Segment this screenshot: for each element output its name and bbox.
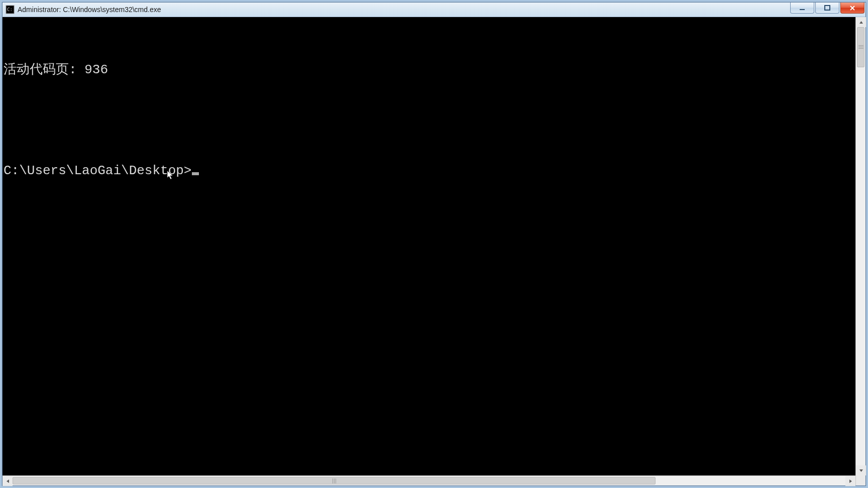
maximize-button[interactable] [815, 3, 839, 14]
scrollbar-corner [855, 475, 865, 485]
svg-marker-9 [7, 479, 9, 483]
close-button[interactable] [840, 3, 864, 14]
window-controls [790, 3, 865, 15]
thumb-grip-icon [332, 478, 336, 483]
thumb-grip-icon [858, 45, 863, 49]
scroll-right-button[interactable] [845, 476, 855, 486]
scroll-left-button[interactable] [3, 476, 13, 486]
scroll-up-button[interactable] [856, 17, 866, 27]
terminal-prompt: C:\Users\LaoGai\Desktop> [4, 163, 191, 178]
cmd-window: C: Administrator: C:\Windows\system32\cm… [2, 2, 866, 486]
terminal-prompt-line: C:\Users\LaoGai\Desktop> [4, 161, 854, 181]
titlebar[interactable]: C: Administrator: C:\Windows\system32\cm… [3, 3, 865, 17]
client-area: 活动代码页: 936 C:\Users\LaoGai\Desktop> [3, 17, 865, 485]
minimize-button[interactable] [790, 3, 814, 14]
svg-rect-2 [800, 9, 805, 10]
terminal-output[interactable]: 活动代码页: 936 C:\Users\LaoGai\Desktop> [3, 17, 855, 475]
terminal-line: 活动代码页: 936 [4, 60, 854, 80]
cmd-icon: C: [6, 5, 15, 14]
svg-marker-10 [849, 479, 852, 483]
horizontal-scroll-thumb[interactable] [13, 477, 656, 484]
svg-text:C:: C: [7, 7, 13, 12]
vertical-scroll-thumb[interactable] [857, 27, 864, 67]
svg-marker-7 [859, 21, 863, 24]
vertical-scroll-track[interactable] [856, 27, 865, 465]
svg-marker-8 [859, 469, 863, 472]
horizontal-scroll-track[interactable] [13, 476, 845, 485]
text-cursor [192, 172, 199, 175]
vertical-scrollbar[interactable] [855, 17, 865, 475]
scroll-down-button[interactable] [856, 465, 866, 475]
window-title: Administrator: C:\Windows\system32\cmd.e… [18, 6, 161, 14]
svg-rect-3 [825, 6, 830, 10]
horizontal-scrollbar[interactable] [3, 475, 855, 485]
